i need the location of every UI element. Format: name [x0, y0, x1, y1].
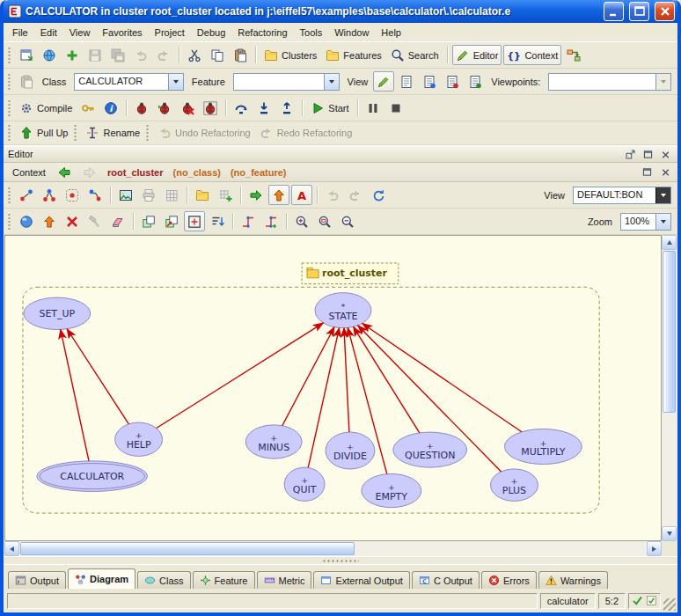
inheritance-link-minus-to-state[interactable] — [282, 327, 334, 426]
freeze-button[interactable] — [77, 98, 99, 118]
class-node-multiply[interactable]: +MULTIPLY — [504, 429, 582, 464]
class-node-state[interactable]: *STATE — [315, 293, 371, 328]
class-node-help[interactable]: +HELP — [115, 422, 163, 456]
class-combo-dropdown-button[interactable] — [168, 74, 183, 90]
horizontal-scroll-thumb[interactable] — [20, 542, 355, 555]
inheritance-link-multiply-to-state[interactable] — [362, 323, 522, 431]
tab-diagram[interactable]: Diagram — [68, 568, 135, 589]
open-project-button[interactable] — [39, 45, 60, 65]
new-window-button[interactable] — [16, 45, 37, 65]
context-crumb-0[interactable]: root_cluster — [107, 167, 164, 178]
view-clients-button[interactable] — [419, 71, 440, 92]
minimize-button[interactable] — [604, 2, 624, 21]
zoom-in-button[interactable] — [291, 211, 312, 231]
zoom-fit-button[interactable] — [314, 211, 335, 231]
copy-button[interactable] — [207, 45, 228, 65]
menu-favorites[interactable]: Favorites — [96, 26, 148, 40]
viewpoints-combo-dropdown-button[interactable] — [655, 74, 670, 90]
menu-view[interactable]: View — [63, 26, 97, 40]
bon-class-diagram[interactable]: root_clusterSET_UP*STATE+HELPCALCULATOR+… — [5, 236, 661, 540]
features-button[interactable]: Features — [322, 45, 384, 65]
new-class-button[interactable] — [215, 185, 236, 205]
inheritance-link-help-to-state[interactable] — [157, 323, 324, 429]
show-clusters-button[interactable] — [138, 211, 159, 231]
cut-button[interactable] — [184, 45, 205, 65]
class-node-empty[interactable]: +EMPTY — [362, 473, 421, 507]
scroll-left-button[interactable] — [4, 541, 19, 556]
erase-button[interactable] — [107, 211, 128, 231]
panel-splitter[interactable] — [4, 556, 677, 564]
class-node-plus[interactable]: +PLUS — [491, 469, 538, 501]
go-to-parent-button[interactable] — [39, 211, 60, 231]
move-to-cluster-button[interactable] — [161, 211, 182, 231]
class-node-set_up[interactable]: SET_UP — [24, 297, 91, 329]
scroll-down-button[interactable] — [662, 526, 677, 541]
view-flat-button[interactable] — [396, 71, 417, 92]
toolbar-grip[interactable] — [7, 214, 11, 230]
center-diagram-button[interactable] — [16, 211, 37, 231]
tab-feature[interactable]: Feature — [193, 571, 255, 589]
viewpoints-combo[interactable] — [548, 73, 671, 91]
window-resize-grip[interactable] — [663, 598, 676, 611]
vertical-scroll-thumb[interactable] — [663, 251, 676, 413]
toolbar-grip[interactable] — [73, 125, 77, 141]
search-button[interactable]: Search — [387, 45, 443, 65]
agent-links-button[interactable] — [84, 185, 106, 205]
editor-toggle[interactable]: Editor — [452, 45, 502, 65]
tab-external-output[interactable]: External Output — [313, 571, 409, 589]
class-node-question[interactable]: +QUESTION — [393, 432, 467, 467]
class-node-quit[interactable]: +QUIT — [284, 467, 325, 501]
toggle-grid-button[interactable] — [161, 185, 182, 205]
stop-button[interactable] — [385, 98, 406, 118]
maximize-button[interactable] — [629, 2, 649, 21]
new-item-button[interactable] — [62, 45, 83, 65]
compile-button[interactable]: Compile — [16, 98, 76, 118]
new-inheritance-link-button[interactable] — [268, 185, 289, 205]
inheritance-links-button[interactable] — [39, 185, 60, 205]
view-interface-button[interactable] — [465, 71, 486, 92]
feature-combo-dropdown-button[interactable] — [324, 74, 339, 90]
tab-warnings[interactable]: Warnings — [538, 571, 608, 589]
project-info-button[interactable]: i — [100, 98, 121, 118]
tab-output[interactable]: Output — [8, 571, 66, 589]
maximize-context-button[interactable] — [639, 165, 655, 180]
clusters-button[interactable]: Clusters — [260, 45, 320, 65]
menu-project[interactable]: Project — [149, 26, 191, 40]
menu-refactoring[interactable]: Refactoring — [231, 26, 293, 40]
step-into-button[interactable] — [253, 98, 275, 118]
diagram-view-combo[interactable]: DEFAULT:BON — [573, 187, 671, 204]
scroll-up-button[interactable] — [662, 235, 677, 250]
maximize-panel-button[interactable] — [640, 147, 655, 162]
menu-tools[interactable]: Tools — [294, 26, 329, 40]
view-contracts-button[interactable] — [442, 71, 463, 92]
export-image-button[interactable] — [115, 185, 136, 205]
class-combo[interactable]: CALCULATOR — [74, 73, 184, 91]
menu-edit[interactable]: Edit — [34, 26, 63, 40]
view-editor-button[interactable] — [373, 71, 394, 92]
arrange-button[interactable] — [207, 211, 228, 231]
class-node-divide[interactable]: +DIVIDE — [326, 432, 375, 469]
toolbar-grip[interactable] — [7, 100, 11, 116]
tab-errors[interactable]: Errors — [481, 571, 537, 589]
zoom-out-button[interactable] — [337, 211, 358, 231]
debug-tools-button[interactable] — [200, 98, 221, 118]
cluster-legend-button[interactable] — [62, 185, 83, 205]
menu-window[interactable]: Window — [328, 26, 375, 40]
zoom-combo[interactable]: 100% — [620, 213, 671, 231]
client-supplier-links-button[interactable] — [16, 185, 37, 205]
new-cluster-button[interactable] — [192, 185, 213, 205]
toolbar-grip[interactable] — [7, 125, 11, 141]
horizontal-scroll-track[interactable] — [19, 541, 647, 556]
inheritance-link-question-to-state[interactable] — [354, 326, 420, 433]
scroll-right-button[interactable] — [647, 541, 662, 556]
inheritance-link-help-to-set_up[interactable] — [67, 329, 128, 424]
toolbar-grip[interactable] — [7, 187, 11, 203]
rename-button[interactable]: Rename — [82, 123, 143, 143]
close-context-button[interactable] — [657, 165, 673, 180]
close-panel-button[interactable] — [657, 147, 673, 162]
context-crumb-2[interactable]: (no_feature) — [231, 167, 287, 178]
zoom-combo-dropdown-button[interactable] — [655, 214, 670, 230]
diagram-canvas[interactable]: root_clusterSET_UP*STATE+HELPCALCULATOR+… — [4, 235, 662, 541]
class-node-minus[interactable]: +MINUS — [245, 425, 302, 458]
delete-button[interactable] — [62, 211, 83, 231]
